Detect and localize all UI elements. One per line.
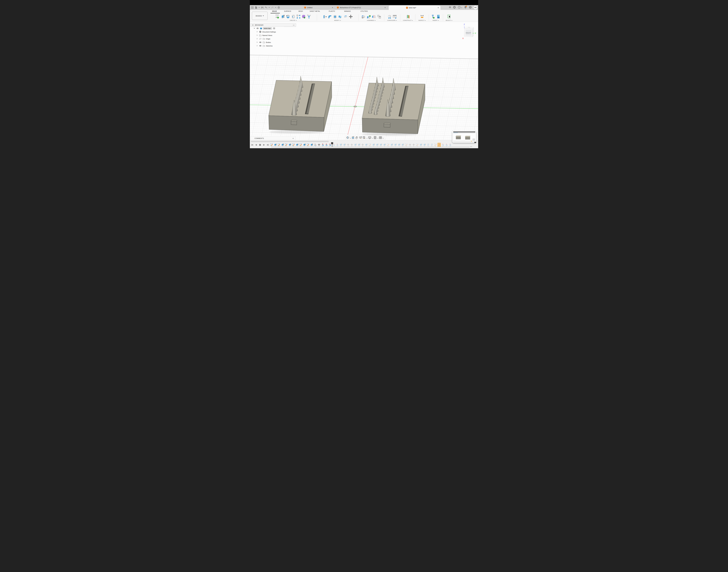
timeline-feature-extrude[interactable] [376,143,378,146]
timeline-feature-extrude[interactable] [354,143,357,146]
timeline-feature-extrude[interactable] [274,143,277,146]
eye-icon[interactable] [257,27,259,29]
workspace-selector[interactable]: DESIGN [252,12,268,20]
timeline-scrollbar[interactable] [251,141,329,142]
viewports-icon[interactable] [379,136,382,140]
form-button[interactable] [301,14,306,19]
chev-down-icon[interactable] [253,27,255,29]
eye-off-icon[interactable] [259,38,262,40]
timeline-feature-extrude[interactable] [372,143,375,146]
configuration-button[interactable] [387,14,392,19]
timeline-feature-extrude[interactable] [365,143,368,146]
configuration-table-button[interactable] [392,14,397,19]
timeline-feature-extrude[interactable] [380,143,382,146]
timeline-feature-delete[interactable]: ✕ [336,143,339,146]
browser-root-row[interactable]: boho hair [250,27,296,30]
help-icon[interactable]: ? [469,6,472,9]
step-forward-icon[interactable] [263,144,265,147]
ribbon-group-label[interactable]: INSERT [429,20,443,21]
timeline-feature-extrude[interactable] [358,143,360,146]
timeline-feature-extrude[interactable] [402,143,404,146]
caret-sm-icon[interactable] [377,137,378,139]
canvas-button[interactable] [436,14,441,19]
display-settings-icon[interactable] [368,136,371,140]
chev-right-icon[interactable] [256,31,258,33]
ribbon-group-label[interactable]: CONSTRUCT [401,20,415,21]
timeline-feature-sketch[interactable] [292,143,295,146]
go-to-start-icon[interactable] [251,144,253,147]
generative-study-button[interactable] [307,14,311,19]
timeline-feature-extrude[interactable] [343,143,346,146]
chev-right-icon[interactable] [256,41,258,44]
timeline-feature-extrude[interactable] [296,143,298,146]
browser-row-bodies[interactable]: Bodies [250,41,296,44]
new-tab-plus-icon[interactable] [449,6,451,9]
timeline-end-marker[interactable] [471,146,472,147]
timeline-feature-extrude[interactable] [383,143,386,146]
save-icon[interactable] [261,6,264,9]
press-pull-button[interactable] [322,14,327,19]
eye-icon[interactable] [259,45,262,47]
caret-icon[interactable] [259,7,260,8]
caret-sm-icon[interactable] [366,137,367,139]
ribbon-group-label[interactable]: INSPECT [416,20,428,21]
timeline-feature-sketch[interactable] [278,143,280,146]
document-root-label[interactable]: boho hair [263,27,272,29]
orbit-icon[interactable] [346,136,349,140]
ribbon-group-label[interactable]: SELECT [443,20,454,21]
ribbon-tab-mesh[interactable]: MESH [298,10,303,12]
timeline-feature-copy[interactable] [314,143,317,146]
timeline-feature-delete[interactable]: ✕ [445,143,448,146]
ribbon-group-label[interactable]: ASSEMBLE [359,20,384,21]
ribbon-tab-surface[interactable]: SURFACE [284,10,291,12]
extrude-button[interactable] [280,14,285,19]
shell-button[interactable] [333,14,337,19]
ribbon-tab-manage[interactable]: MANAGE [344,10,351,12]
timeline-end-marker[interactable] [470,146,471,147]
browser-row-document-settings[interactable]: Document Settings [250,30,296,33]
chev-right-icon[interactable] [256,38,258,40]
caret-icon[interactable] [275,7,276,8]
timeline-feature-move[interactable] [351,143,353,146]
timeline-feature-sketch[interactable] [416,143,419,146]
timeline-feature-sketch[interactable] [405,143,408,146]
timeline-feature-move[interactable] [361,143,364,146]
insert-fastener-button[interactable] [431,14,435,19]
chev-right-icon[interactable] [256,34,258,37]
ribbon-tab-solid[interactable]: SOLID [272,10,277,12]
timeline-feature-extrude[interactable] [340,143,342,146]
redo-icon[interactable] [271,7,274,9]
move-copy-button[interactable] [348,14,353,19]
look-at-icon[interactable] [352,136,355,140]
timeline-feature-delete[interactable]: ✕ [325,143,327,146]
select-window-button[interactable] [447,14,451,19]
timeline-feature-delete[interactable]: ✕ [449,143,451,146]
document-tab[interactable]: Aishaolokun-ET1-Project2*(1)✕ [335,5,387,10]
radio-icon[interactable] [273,27,275,30]
create-sketch-button[interactable] [275,14,280,19]
timeline-feature-move[interactable] [412,143,415,146]
timeline-feature-extrude[interactable] [423,143,426,146]
pan-icon[interactable] [355,136,358,140]
browser-row-sketches[interactable]: Sketches [250,44,296,48]
step-back-icon[interactable] [255,144,257,147]
go-to-end-icon[interactable] [267,144,269,147]
timeline-feature-sketch[interactable] [369,143,371,146]
timeline-feature-section[interactable] [431,143,433,146]
ribbon-tab-sheet-metal[interactable]: SHEET METAL [310,10,320,12]
undo-icon[interactable] [265,7,267,9]
timeline-feature-extrude[interactable] [310,143,313,146]
ribbon-group-label[interactable]: CREATE [270,20,316,21]
timeline-feature-extrude[interactable] [398,143,401,146]
job-status-clock-icon[interactable] [458,6,461,9]
timeline-feature-sketch[interactable] [270,143,273,146]
timeline-feature-delete[interactable]: ✕ [321,143,324,146]
home-icon[interactable] [278,6,280,9]
timeline-feature-section[interactable] [427,143,430,146]
stop-icon[interactable] [259,144,261,147]
timeline-feature-extrude[interactable] [390,143,393,146]
zoom-window-icon[interactable] [363,136,366,140]
screenshot-preview-thumbnail[interactable] [452,131,476,143]
timeline-feature-sketch[interactable] [285,143,288,146]
revolve-button[interactable] [286,14,290,19]
